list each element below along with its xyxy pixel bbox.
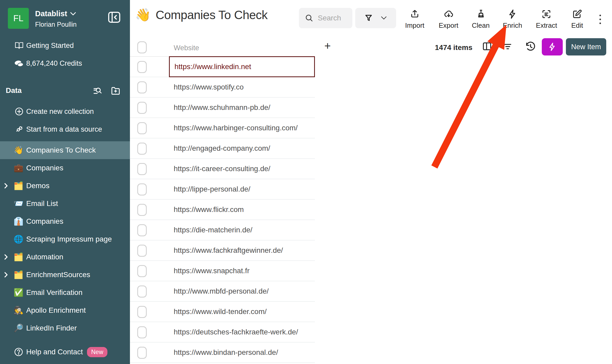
coins-icon bbox=[14, 59, 24, 68]
table-row: https://www.linkedin.net bbox=[130, 57, 315, 77]
more-options-button[interactable] bbox=[596, 12, 604, 27]
collection-label: Companies bbox=[26, 164, 63, 172]
select-all-checkbox[interactable] bbox=[137, 41, 147, 53]
row-checkbox[interactable] bbox=[137, 285, 147, 298]
website-cell[interactable]: https://www.bindan-personal.de/ bbox=[169, 343, 315, 362]
website-cell[interactable]: https://die-matcherin.de/ bbox=[169, 220, 315, 240]
row-checkbox[interactable] bbox=[137, 265, 147, 277]
search-box[interactable] bbox=[299, 8, 352, 28]
website-cell[interactable]: https://www.spotify.co bbox=[169, 77, 315, 97]
collection-label: Demos bbox=[26, 182, 50, 190]
envelope-emoji-icon: 📨 bbox=[14, 200, 23, 208]
sort-list-icon[interactable] bbox=[502, 41, 513, 52]
sidebar-item-companies[interactable]: 💼 Companies bbox=[0, 159, 130, 177]
search-collections-icon[interactable] bbox=[92, 85, 103, 96]
columns-icon[interactable] bbox=[482, 41, 493, 52]
workspace-text: Datablist Florian Poullin bbox=[35, 8, 76, 28]
website-cell[interactable]: https://www.wild-tender.com/ bbox=[169, 302, 315, 322]
row-checkbox[interactable] bbox=[137, 143, 147, 155]
chevron-right-icon[interactable] bbox=[4, 254, 8, 260]
website-cell[interactable]: https://www.snapchat.fr bbox=[169, 261, 315, 281]
website-url: https://www.spotify.co bbox=[174, 83, 244, 91]
sidebar-item-apollo-enrichment[interactable]: 🕵️ Apollo Enrichment bbox=[0, 301, 130, 319]
website-cell[interactable]: http://www.schuhmann-pb.de/ bbox=[169, 98, 315, 117]
website-cell[interactable]: https://www.fachkraftgewinner.de/ bbox=[169, 240, 315, 260]
collection-label: Email Verification bbox=[26, 288, 83, 297]
row-checkbox[interactable] bbox=[137, 102, 147, 114]
website-url: https://www.wild-tender.com/ bbox=[174, 307, 267, 316]
lightning-icon bbox=[548, 42, 557, 52]
new-badge: New bbox=[87, 347, 107, 357]
question-circle-icon bbox=[14, 347, 24, 357]
search-input[interactable] bbox=[318, 14, 349, 22]
website-url: https://www.fachkraftgewinner.de/ bbox=[174, 246, 283, 255]
sidebar-item-demos[interactable]: 🗂️ Demos bbox=[0, 177, 130, 195]
chevron-right-icon[interactable] bbox=[4, 272, 8, 278]
clean-button[interactable]: Clean bbox=[472, 9, 490, 30]
table-row: http://lippe-personal.de/ bbox=[130, 179, 315, 200]
sidebar-item-linkedin-finder[interactable]: 🔎 LinkedIn Finder bbox=[0, 319, 130, 337]
extract-button[interactable]: Extract bbox=[536, 9, 557, 30]
collection-label: Companies bbox=[26, 217, 63, 226]
website-cell[interactable]: https://www.harbinger-consulting.com/ bbox=[169, 118, 315, 138]
sidebar-item-automation[interactable]: 🗂️ Automation bbox=[0, 248, 130, 266]
row-checkbox[interactable] bbox=[137, 306, 147, 318]
website-cell[interactable]: https://deutsches-fachkraefte-werk.de/ bbox=[169, 322, 315, 342]
history-icon[interactable] bbox=[524, 40, 537, 52]
import-button[interactable]: Import bbox=[405, 9, 424, 30]
website-cell[interactable]: http://lippe-personal.de/ bbox=[169, 179, 315, 199]
help-and-contact[interactable]: Help and Contact New bbox=[0, 344, 130, 360]
sidebar-item-email-verification[interactable]: ✅ Email Verification bbox=[0, 284, 130, 301]
start-data-source-button[interactable]: Start from a data source bbox=[0, 122, 130, 137]
row-checkbox[interactable] bbox=[137, 245, 147, 257]
sidebar-collapse-icon[interactable] bbox=[108, 12, 121, 23]
filter-button[interactable] bbox=[355, 8, 396, 28]
table-row: https://www.bindan-personal.de/ bbox=[130, 343, 315, 363]
website-cell[interactable]: https://www.flickr.com bbox=[169, 200, 315, 220]
export-button[interactable]: Export bbox=[439, 9, 458, 30]
website-url: https://www.harbinger-consulting.com/ bbox=[174, 124, 298, 132]
row-checkbox[interactable] bbox=[137, 347, 147, 359]
add-column-button[interactable]: + bbox=[324, 40, 331, 52]
workspace-name: Datablist bbox=[35, 9, 67, 18]
row-checkbox[interactable] bbox=[137, 81, 147, 93]
chevron-right-icon[interactable] bbox=[4, 183, 8, 189]
sidebar-item-companies-2[interactable]: 👔 Companies bbox=[0, 212, 130, 230]
table-row: http://engaged-company.com/ bbox=[130, 138, 315, 159]
import-icon bbox=[409, 9, 420, 19]
sidebar-item-companies-to-check[interactable]: 👋 Companies To Check bbox=[0, 141, 130, 159]
datablist-app: FL Datablist Florian Poullin Getting bbox=[0, 0, 612, 364]
sidebar-item-getting-started[interactable]: Getting Started bbox=[0, 38, 130, 53]
website-cell[interactable]: http://www.mbfd-personal.de/ bbox=[169, 281, 315, 301]
website-cell[interactable]: https://it-career-consulting.de/ bbox=[169, 159, 315, 179]
plug-icon bbox=[14, 125, 24, 134]
run-enrichment-button[interactable] bbox=[542, 38, 563, 55]
row-checkbox[interactable] bbox=[137, 204, 147, 216]
website-url: https://www.linkedin.net bbox=[174, 63, 251, 71]
table-row: https://it-career-consulting.de/ bbox=[130, 159, 315, 179]
row-checkbox[interactable] bbox=[137, 326, 147, 338]
website-url: http://www.mbfd-personal.de/ bbox=[174, 287, 269, 295]
workspace-switcher[interactable]: FL Datablist Florian Poullin bbox=[8, 8, 76, 29]
row-checkbox[interactable] bbox=[137, 224, 147, 236]
website-cell-selected[interactable]: https://www.linkedin.net bbox=[169, 56, 315, 77]
funnel-icon bbox=[364, 14, 373, 22]
sidebar-item-enrichmentsources[interactable]: 🗂️ EnrichmentSources bbox=[0, 266, 130, 284]
table-row: http://www.mbfd-personal.de/ bbox=[130, 281, 315, 302]
edit-button[interactable]: Edit bbox=[571, 9, 583, 30]
collection-label: Apollo Enrichment bbox=[26, 306, 86, 315]
row-checkbox[interactable] bbox=[137, 163, 147, 175]
sidebar-item-email-list[interactable]: 📨 Email List bbox=[0, 195, 130, 212]
column-header-website[interactable]: Website bbox=[174, 44, 199, 52]
row-checkbox[interactable] bbox=[137, 61, 147, 73]
sidebar-item-scraping-impressum[interactable]: 🌐 Scraping Impressum page bbox=[0, 230, 130, 248]
row-checkbox[interactable] bbox=[137, 122, 147, 134]
create-collection-button[interactable]: Create new collection bbox=[0, 104, 130, 119]
sidebar-item-credits[interactable]: 8,674,240 Credits bbox=[0, 56, 130, 71]
new-item-button[interactable]: New Item bbox=[566, 38, 606, 55]
import-label: Import bbox=[405, 21, 424, 30]
row-checkbox[interactable] bbox=[137, 183, 147, 195]
new-folder-icon[interactable] bbox=[111, 85, 121, 96]
website-cell[interactable]: http://engaged-company.com/ bbox=[169, 138, 315, 158]
enrich-button[interactable]: Enrich bbox=[503, 9, 522, 30]
